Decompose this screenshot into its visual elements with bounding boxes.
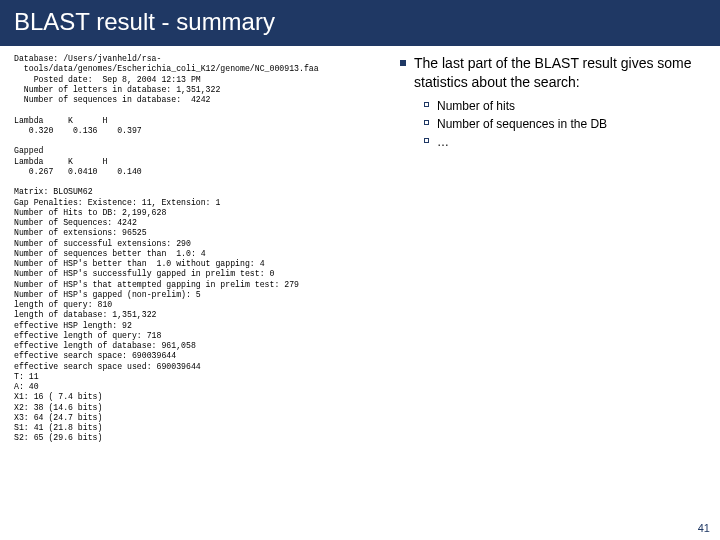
summary-subitem: … [424, 134, 710, 150]
summary-sublist: Number of hits Number of sequences in th… [424, 98, 710, 151]
page-number: 41 [698, 522, 710, 534]
summary-subitem-text: Number of hits [437, 98, 515, 114]
bullet-hollow-icon [424, 120, 429, 125]
bullet-hollow-icon [424, 102, 429, 107]
summary-intro-text: The last part of the BLAST result gives … [414, 54, 710, 92]
summary-panel: The last part of the BLAST result gives … [394, 54, 710, 444]
slide-content: Database: /Users/jvanheld/rsa- tools/dat… [0, 46, 720, 444]
bullet-hollow-icon [424, 138, 429, 143]
summary-subitem-text: … [437, 134, 449, 150]
bullet-solid-icon [400, 60, 406, 66]
slide-title-bar: BLAST result - summary [0, 0, 720, 46]
summary-intro-row: The last part of the BLAST result gives … [400, 54, 710, 92]
slide-title: BLAST result - summary [14, 8, 275, 36]
summary-subitem-text: Number of sequences in the DB [437, 116, 607, 132]
summary-subitem: Number of hits [424, 98, 710, 114]
blast-output-block: Database: /Users/jvanheld/rsa- tools/dat… [14, 54, 394, 444]
summary-subitem: Number of sequences in the DB [424, 116, 710, 132]
